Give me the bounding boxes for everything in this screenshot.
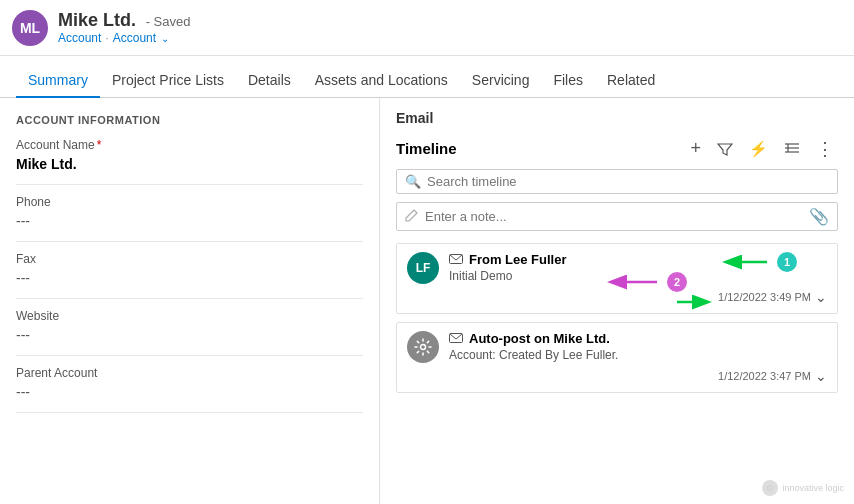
field-label-account-name: Account Name* xyxy=(16,138,363,152)
saved-indicator: - Saved xyxy=(146,14,191,29)
field-value-parent-account[interactable]: --- xyxy=(16,382,363,402)
field-account-name: Account Name* Mike Ltd. xyxy=(16,138,363,185)
note-edit-icon xyxy=(405,208,419,225)
timeline-actions: + ⚡ ⋮ xyxy=(686,136,838,161)
timeline-search-bar[interactable]: 🔍 xyxy=(396,169,838,194)
left-panel: ACCOUNT INFORMATION Account Name* Mike L… xyxy=(0,98,380,504)
field-website: Website --- xyxy=(16,309,363,356)
item-subtitle-autopost: Account: Created By Lee Fuller. xyxy=(449,348,827,362)
item-title-autopost: Auto-post on Mike Ltd. xyxy=(449,331,827,346)
timeline-header: Timeline + ⚡ xyxy=(396,136,838,161)
field-value-account-name[interactable]: Mike Ltd. xyxy=(16,154,363,174)
svg-point-12 xyxy=(421,345,426,350)
paperclip-icon[interactable]: 📎 xyxy=(809,207,829,226)
item-time-row-lee-fuller: 1/12/2022 3:49 PM ⌄ xyxy=(449,289,827,305)
timeline-item-lee-fuller-email[interactable]: LF From Lee Fuller Initial Demo xyxy=(396,243,838,314)
account-info-title: ACCOUNT INFORMATION xyxy=(16,114,363,126)
watermark: ⊙ innovative logic xyxy=(762,480,844,496)
timeline-list-button[interactable] xyxy=(780,140,804,158)
timeline-more-button[interactable]: ⋮ xyxy=(812,138,838,160)
field-value-fax[interactable]: --- xyxy=(16,268,363,288)
note-entry-bar[interactable]: 📎 xyxy=(396,202,838,231)
record-title: Mike Ltd. - Saved Account · Account ⌄ xyxy=(58,10,190,45)
item-avatar-autopost xyxy=(407,331,439,363)
autopost-email-icon xyxy=(449,332,463,346)
timeline-item-autopost[interactable]: Auto-post on Mike Ltd. Account: Created … xyxy=(396,322,838,393)
tab-servicing[interactable]: Servicing xyxy=(460,64,542,98)
gear-icon xyxy=(414,338,432,356)
email-label: Email xyxy=(396,110,838,126)
record-name: Mike Ltd. xyxy=(58,10,136,30)
tab-assets-locations[interactable]: Assets and Locations xyxy=(303,64,460,98)
record-avatar: ML xyxy=(12,10,48,46)
field-label-parent-account: Parent Account xyxy=(16,366,363,380)
record-name-row: Mike Ltd. - Saved xyxy=(58,10,190,31)
tab-related[interactable]: Related xyxy=(595,64,667,98)
item-subtitle-lee-fuller: Initial Demo xyxy=(449,269,827,283)
timeline-add-button[interactable]: + xyxy=(686,136,705,161)
filter-icon xyxy=(717,141,733,157)
breadcrumb-account-dropdown[interactable]: Account ⌄ xyxy=(113,31,170,45)
item-content-lee-fuller: From Lee Fuller Initial Demo 1/12/2022 3… xyxy=(449,252,827,305)
field-value-phone[interactable]: --- xyxy=(16,211,363,231)
nav-tabs: Summary Project Price Lists Details Asse… xyxy=(0,56,854,98)
right-panel: Email Timeline + ⚡ xyxy=(380,98,854,504)
tab-details[interactable]: Details xyxy=(236,64,303,98)
breadcrumb: Account · Account ⌄ xyxy=(58,31,190,45)
email-icon xyxy=(449,253,463,267)
breadcrumb-sep: · xyxy=(105,31,108,45)
item-avatar-lf: LF xyxy=(407,252,439,284)
field-phone: Phone --- xyxy=(16,195,363,242)
field-parent-account: Parent Account --- xyxy=(16,366,363,413)
tab-files[interactable]: Files xyxy=(541,64,595,98)
main-content: ACCOUNT INFORMATION Account Name* Mike L… xyxy=(0,98,854,504)
search-icon: 🔍 xyxy=(405,174,421,189)
item-time-row-autopost: 1/12/2022 3:47 PM ⌄ xyxy=(449,368,827,384)
timeline-items: LF From Lee Fuller Initial Demo xyxy=(396,243,838,393)
item-title-lee-fuller: From Lee Fuller xyxy=(449,252,827,267)
top-bar: ML Mike Ltd. - Saved Account · Account ⌄ xyxy=(0,0,854,56)
expand-icon-autopost[interactable]: ⌄ xyxy=(815,368,827,384)
item-timestamp-lee-fuller: 1/12/2022 3:49 PM xyxy=(718,291,811,303)
field-label-phone: Phone xyxy=(16,195,363,209)
breadcrumb-account-link[interactable]: Account xyxy=(58,31,101,45)
timeline-search-input[interactable] xyxy=(427,174,829,189)
list-icon xyxy=(784,142,800,156)
field-fax: Fax --- xyxy=(16,252,363,299)
tab-summary[interactable]: Summary xyxy=(16,64,100,98)
timeline-filter-button[interactable] xyxy=(713,139,737,159)
note-input[interactable] xyxy=(425,209,809,224)
expand-icon-lee-fuller[interactable]: ⌄ xyxy=(815,289,827,305)
item-timestamp-autopost: 1/12/2022 3:47 PM xyxy=(718,370,811,382)
field-label-fax: Fax xyxy=(16,252,363,266)
field-value-website[interactable]: --- xyxy=(16,325,363,345)
timeline-flash-button[interactable]: ⚡ xyxy=(745,138,772,160)
inogic-logo-icon: ⊙ xyxy=(762,480,778,496)
tab-project-price-lists[interactable]: Project Price Lists xyxy=(100,64,236,98)
breadcrumb-chevron-icon: ⌄ xyxy=(161,33,169,44)
item-content-autopost: Auto-post on Mike Ltd. Account: Created … xyxy=(449,331,827,384)
timeline-label: Timeline xyxy=(396,140,457,157)
field-label-website: Website xyxy=(16,309,363,323)
